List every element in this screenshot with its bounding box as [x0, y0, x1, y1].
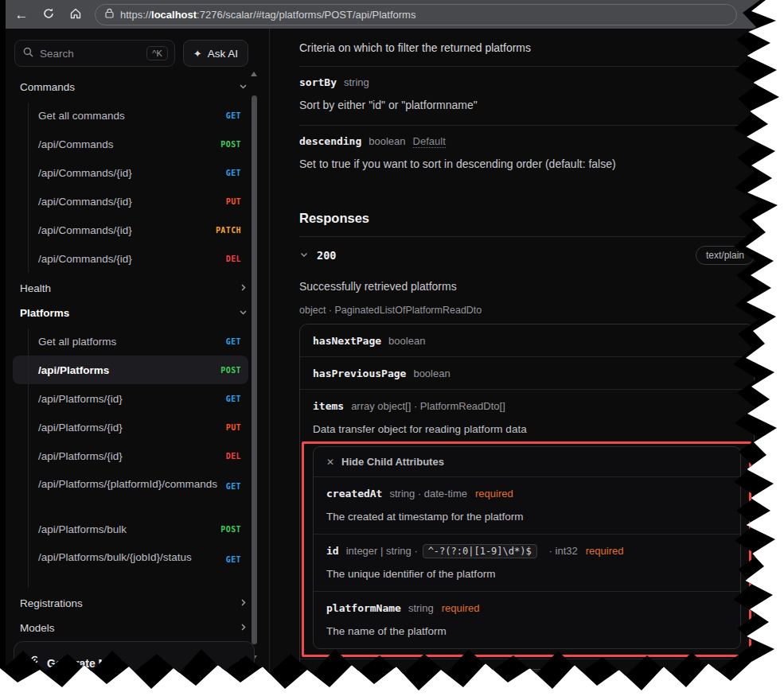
sidebar-item-patch-command[interactable]: /api/Commands/{id}PATCH — [13, 216, 248, 244]
field-type: integer | string · — [346, 545, 418, 557]
field-description: Data transfer object for reading platfor… — [313, 422, 741, 437]
field-name: pageIndex — [313, 670, 369, 682]
field-name: hasPreviousPage — [313, 367, 406, 379]
sidebar-item-bulk-job-status[interactable]: /api/Platforms/bulk/{jobId}/statusGET — [13, 543, 248, 588]
method-badge: GET — [226, 552, 241, 568]
sidebar-item-get-all-platforms[interactable]: Get all platformsGET — [13, 327, 248, 356]
method-badge: DEL — [226, 255, 241, 263]
sidebar-item-del-command[interactable]: /api/Commands/{id}DEL — [13, 244, 248, 273]
field-platformname: platformNamestringrequired The name of t… — [314, 592, 740, 648]
param-sortby: sortBystring Sort by either "id" or "pla… — [299, 67, 755, 125]
field-type: boolean — [388, 335, 425, 347]
method-badge: GET — [226, 337, 241, 346]
sidebar-item-del-platform[interactable]: /api/Platforms/{id}DEL — [13, 441, 248, 470]
response-schema-card: hasNextPageboolean hasPreviousPageboolea… — [299, 324, 755, 696]
field-id: idinteger | string · ^-?(?:0|[1-9]\d*)$ … — [314, 535, 740, 592]
home-icon[interactable] — [68, 7, 84, 22]
regex-pattern-pill: ^-?(?:0|[1-9]\d*)$ — [423, 544, 537, 558]
close-icon: ✕ — [326, 457, 334, 468]
scrollbar-up-arrow[interactable] — [251, 72, 257, 76]
search-input[interactable]: Search ^K — [14, 40, 175, 67]
required-badge: required — [586, 545, 624, 557]
generate-mcp-label: Generate MCP — [47, 657, 225, 670]
sidebar-item-platforms-bulk[interactable]: /api/Platforms/bulkPOST — [13, 515, 248, 543]
responses-heading: Responses — [299, 211, 755, 226]
sidebar-scrollbar-thumb[interactable] — [252, 95, 257, 644]
field-type: · int32 — [579, 670, 607, 682]
field-name: platformName — [326, 602, 401, 614]
search-icon — [23, 46, 33, 60]
sidebar-item-get-platform-by-id[interactable]: /api/Platforms/{id}GET — [13, 384, 248, 413]
field-name: hasNextPage — [313, 335, 381, 347]
method-badge: GET — [226, 479, 241, 495]
lock-icon — [105, 8, 114, 21]
field-name: id — [326, 545, 339, 557]
browser-window: ← https://localhost:7276/scalar/#tag/pla… — [6, 0, 763, 696]
screenshot-stage: ← https://localhost:7276/scalar/#tag/pla… — [0, 0, 784, 696]
method-badge: POST — [220, 140, 241, 149]
method-badge: POST — [220, 366, 241, 375]
response-200-toggle[interactable]: 200 text/plain — [299, 246, 755, 265]
search-placeholder: Search — [40, 48, 140, 60]
field-type: array object[] · PlatformReadDto[] — [351, 400, 505, 412]
chevron-right-icon — [238, 622, 248, 635]
param-description: Sort by either "id" or "platformname" — [299, 97, 755, 113]
sidebar-item-post-platforms-selected[interactable]: /api/PlatformsPOST — [13, 356, 248, 384]
child-attributes-wrapper: ✕ Hide Child Attributes createdAtstring … — [313, 446, 741, 649]
field-type: string · date-time — [389, 488, 467, 500]
chevron-down-icon — [299, 249, 309, 262]
method-badge: PATCH — [216, 226, 241, 235]
required-badge: required — [475, 488, 513, 500]
method-badge: POST — [220, 525, 241, 534]
required-badge: required — [442, 602, 480, 614]
generate-mcp-button[interactable]: Generate MCP ↗ — [14, 641, 255, 696]
param-name: sortBy — [299, 76, 337, 88]
section-label: Platforms — [20, 307, 69, 319]
field-name: createdAt — [326, 488, 382, 500]
chevron-right-icon — [238, 597, 248, 610]
external-link-icon: ↗ — [233, 657, 243, 670]
regex-pattern-pill: ^-?(?:0|[1-9]\d*)$ — [452, 669, 567, 683]
sidebar-section-models[interactable]: Models — [6, 616, 269, 640]
address-bar[interactable]: https://localhost:7276/scalar/#tag/platf… — [95, 4, 737, 25]
request-body-description: Criteria on which to filter the returned… — [299, 40, 755, 56]
param-descending: descendingbooleanDefault Set to true if … — [299, 126, 755, 184]
method-badge: PUT — [226, 423, 241, 432]
torn-edge-frame: ← https://localhost:7276/scalar/#tag/pla… — [0, 0, 784, 696]
sidebar-section-platforms[interactable]: Platforms — [6, 301, 269, 325]
sidebar-item-post-commands[interactable]: /api/CommandsPOST — [13, 130, 248, 158]
field-createdat: createdAtstring · date-timerequired The … — [314, 477, 740, 535]
child-attributes-card: ✕ Hide Child Attributes createdAtstring … — [313, 446, 741, 649]
mcp-logo-icon — [25, 655, 39, 672]
sidebar-search-row: Search ^K ✦ Ask AI — [6, 29, 269, 75]
status-code: 200 — [317, 249, 336, 262]
section-label: Health — [20, 282, 51, 294]
sidebar-item-platform-commands[interactable]: /api/Platforms/{platformId}/commandsGET — [13, 470, 248, 515]
sidebar-item-put-platform[interactable]: /api/Platforms/{id}PUT — [13, 413, 248, 441]
chevron-down-icon — [238, 307, 248, 320]
sidebar-item-get-command-by-id[interactable]: /api/Commands/{id}GET — [13, 158, 248, 187]
scalar-app: Search ^K ✦ Ask AI Commands — [6, 29, 763, 696]
sidebar-section-health[interactable]: Health — [6, 276, 269, 301]
refresh-icon[interactable] — [41, 7, 57, 22]
sidebar-item-get-all-commands[interactable]: Get all commandsGET — [13, 101, 248, 130]
method-badge: GET — [226, 395, 241, 403]
back-icon[interactable]: ← — [14, 8, 29, 21]
method-badge: DEL — [226, 452, 241, 461]
platforms-items: Get all platformsGET /api/PlatformsPOST … — [6, 325, 269, 591]
search-shortcut-badge: ^K — [146, 46, 168, 60]
sidebar-section-commands[interactable]: Commands — [6, 75, 269, 99]
param-name: descending — [299, 135, 361, 147]
field-type: boolean — [413, 367, 450, 379]
sidebar-item-put-command[interactable]: /api/Commands/{id}PUT — [13, 187, 248, 216]
ask-ai-button[interactable]: ✦ Ask AI — [183, 40, 248, 67]
sidebar-section-registrations[interactable]: Registrations — [6, 591, 269, 616]
field-hasnextpage: hasNextPageboolean — [300, 325, 754, 357]
response-description: Successfully retrieved platforms — [299, 278, 755, 294]
hide-child-attributes-button[interactable]: ✕ Hide Child Attributes — [314, 447, 740, 477]
field-name: items — [313, 400, 344, 412]
content-type-badge[interactable]: text/plain — [696, 246, 755, 265]
url-text: https://localhost:7276/scalar/#tag/platf… — [120, 9, 415, 21]
method-badge: PUT — [226, 197, 241, 206]
endpoint-detail-panel: Criteria on which to filter the returned… — [270, 29, 763, 696]
